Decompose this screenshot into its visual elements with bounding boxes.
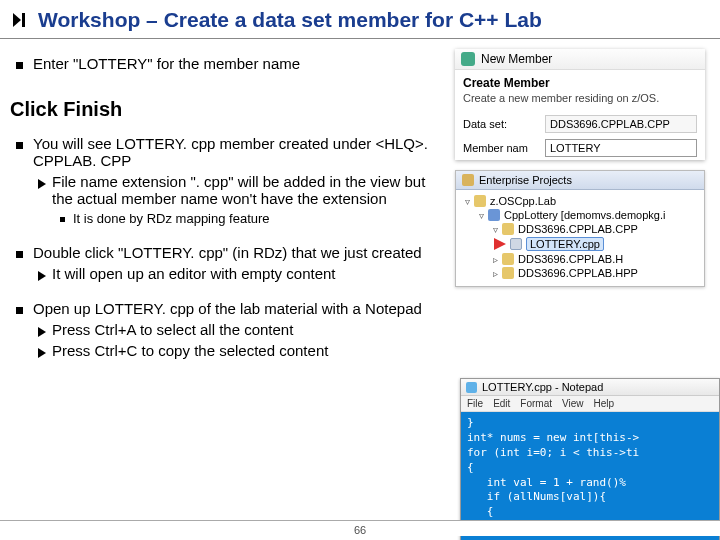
svg-rect-0 [22, 13, 25, 27]
arrow-icon [38, 327, 46, 337]
notepad-title: LOTTERY.cpp - Notepad [482, 381, 603, 393]
enterprise-projects-panel: Enterprise Projects ▿z.OSCpp.Lab ▿CppLot… [455, 170, 705, 287]
wizard-title: Create Member [455, 70, 705, 90]
slide-footer: 66 [0, 520, 720, 536]
sub-text: It will open up an editor with empty con… [52, 265, 336, 282]
tree-node-selected[interactable]: LOTTERY.cpp [526, 237, 604, 251]
member-name-label: Member nam [463, 142, 545, 154]
folder-icon [502, 267, 514, 279]
tree-node[interactable]: CppLottery [demomvs.demopkg.i [504, 209, 665, 221]
click-finish-heading: Click Finish [10, 98, 447, 121]
project-icon [488, 209, 500, 221]
bullet-icon [16, 251, 23, 258]
tree-toggle-icon[interactable]: ▹ [488, 268, 502, 279]
bullet-icon [16, 62, 23, 69]
skip-icon [10, 10, 30, 30]
bullet-text: Open up LOTTERY. cpp of the lab material… [33, 300, 422, 317]
tree-toggle-icon[interactable]: ▿ [474, 210, 488, 221]
menu-view[interactable]: View [562, 398, 584, 409]
dataset-label: Data set: [463, 118, 545, 130]
menu-help[interactable]: Help [594, 398, 615, 409]
tree-node[interactable]: DDS3696.CPPLAB.H [518, 253, 623, 265]
tree-toggle-icon[interactable]: ▿ [460, 196, 474, 207]
folder-icon [502, 253, 514, 265]
tree-node[interactable]: z.OSCpp.Lab [490, 195, 556, 207]
tree-node[interactable]: DDS3696.CPPLAB.HPP [518, 267, 638, 279]
notepad-icon [466, 382, 477, 393]
wizard-description: Create a new member residing on z/OS. [455, 90, 705, 112]
slide-title: Workshop – Create a data set member for … [38, 8, 542, 32]
content-column: Enter "LOTTERY" for the member name Clic… [10, 49, 455, 361]
red-arrow-icon [494, 238, 506, 250]
arrow-icon [38, 179, 46, 189]
menu-file[interactable]: File [467, 398, 483, 409]
notepad-window: LOTTERY.cpp - Notepad File Edit Format V… [460, 378, 720, 540]
sub-text: Press Ctrl+C to copy the selected conten… [52, 342, 328, 359]
arrow-icon [38, 348, 46, 358]
projects-tab-label[interactable]: Enterprise Projects [479, 174, 572, 186]
bullet-text: You will see LOTTERY. cpp member created… [33, 135, 447, 169]
tree-toggle-icon[interactable]: ▹ [488, 254, 502, 265]
bullet-icon [60, 217, 65, 222]
sub-text: Press Ctrl+A to select all the content [52, 321, 293, 338]
bullet-text: Double click "LOTTERY. cpp" (in RDz) tha… [33, 244, 422, 261]
bullet-icon [16, 307, 23, 314]
page-number: 66 [354, 524, 366, 536]
file-icon [510, 238, 522, 250]
wizard-window-title: New Member [481, 52, 552, 66]
sub-text: File name extension ". cpp" will be adde… [52, 173, 447, 207]
tree-toggle-icon[interactable]: ▿ [488, 224, 502, 235]
new-member-wizard: New Member Create Member Create a new me… [455, 49, 705, 160]
menu-edit[interactable]: Edit [493, 398, 510, 409]
folder-icon [474, 195, 486, 207]
arrow-icon [38, 271, 46, 281]
tree-node[interactable]: DDS3696.CPPLAB.CPP [518, 223, 638, 235]
subsub-text: It is done by RDz mapping feature [73, 211, 270, 226]
folder-icon [502, 223, 514, 235]
wizard-window-icon [461, 52, 475, 66]
notepad-menubar: File Edit Format View Help [461, 396, 719, 412]
slide-header: Workshop – Create a data set member for … [0, 0, 720, 39]
menu-format[interactable]: Format [520, 398, 552, 409]
bullet-text: Enter "LOTTERY" for the member name [33, 55, 300, 72]
bullet-icon [16, 142, 23, 149]
member-name-input[interactable]: LOTTERY [545, 139, 697, 157]
projects-icon [462, 174, 474, 186]
dataset-value: DDS3696.CPPLAB.CPP [545, 115, 697, 133]
